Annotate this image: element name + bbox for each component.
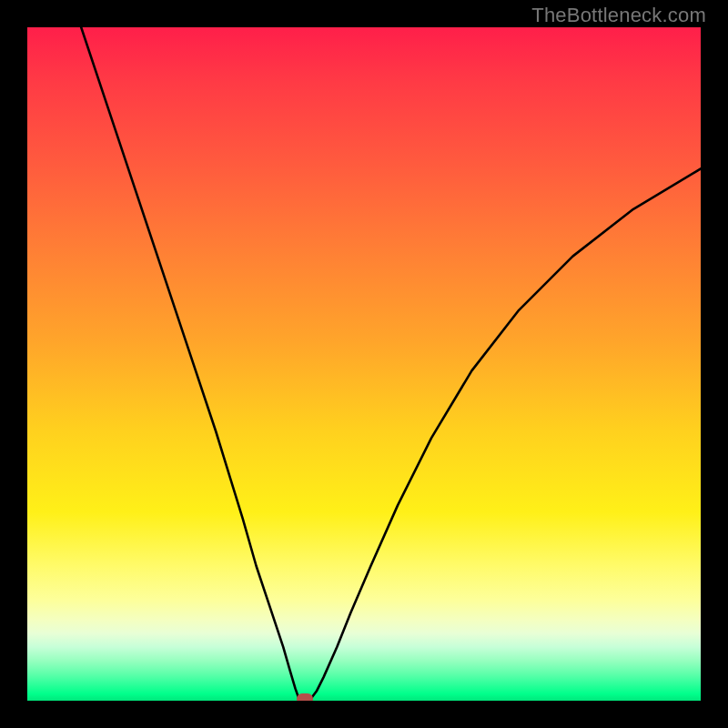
curve-left-segment [81, 27, 298, 698]
plot-area [27, 27, 701, 701]
chart-frame: TheBottleneck.com [0, 0, 728, 728]
balance-point-marker [297, 693, 313, 701]
bottleneck-curve [27, 27, 701, 701]
watermark-text: TheBottleneck.com [531, 4, 706, 27]
curve-right-segment [311, 168, 701, 698]
